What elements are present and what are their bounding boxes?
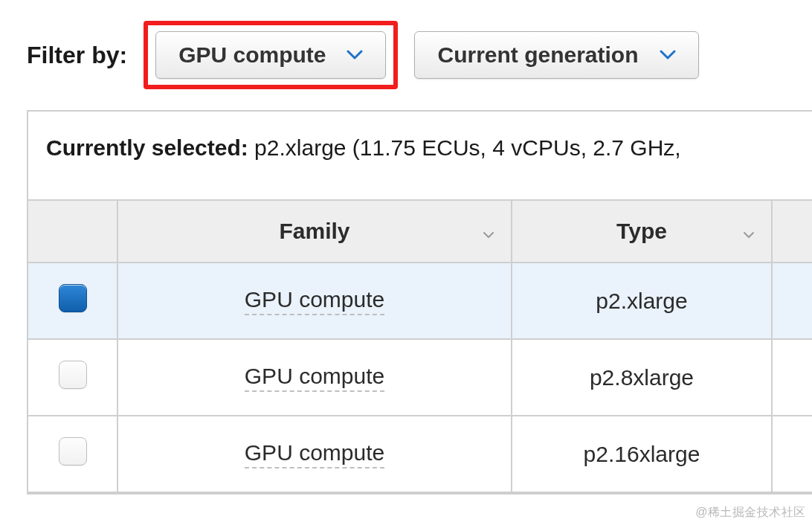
table-row[interactable]: GPU compute p2.16xlarge bbox=[28, 416, 812, 492]
column-header-family[interactable]: Family bbox=[117, 201, 512, 262]
sort-indicator-icon bbox=[483, 219, 494, 244]
table-body: GPU compute p2.xlarge GPU compute p2.8xl… bbox=[28, 262, 812, 492]
selected-prefix: Currently selected: bbox=[46, 135, 248, 160]
instance-panel: Currently selected: p2.xlarge (11.75 ECU… bbox=[27, 110, 812, 495]
table-header-row: Family Type bbox=[28, 201, 812, 262]
cell-checkbox[interactable] bbox=[28, 416, 117, 492]
cell-extra bbox=[772, 262, 812, 339]
filter-dropdown-instance-type[interactable]: GPU compute bbox=[155, 31, 386, 79]
column-header-extra bbox=[772, 201, 812, 262]
cell-checkbox[interactable] bbox=[28, 339, 117, 416]
table-row[interactable]: GPU compute p2.xlarge bbox=[28, 262, 812, 339]
highlight-box: GPU compute bbox=[144, 21, 398, 89]
watermark: @稀土掘金技术社区 bbox=[695, 505, 806, 521]
dropdown-label: Current generation bbox=[437, 42, 638, 68]
sort-indicator-icon bbox=[743, 219, 755, 244]
cell-family: GPU compute bbox=[117, 339, 512, 416]
checkbox-icon[interactable] bbox=[59, 437, 87, 466]
filter-bar: Filter by: GPU compute Current generatio… bbox=[0, 0, 812, 110]
filter-dropdown-generation[interactable]: Current generation bbox=[414, 31, 698, 79]
cell-checkbox[interactable] bbox=[28, 262, 117, 339]
chevron-down-icon bbox=[660, 50, 676, 60]
cell-type: p2.8xlarge bbox=[512, 339, 772, 416]
cell-type: p2.16xlarge bbox=[512, 416, 772, 492]
instance-table: Family Type GPU compute p2.xlarge bbox=[28, 201, 812, 493]
checkbox-icon[interactable] bbox=[59, 361, 87, 389]
column-header-checkbox bbox=[28, 201, 117, 262]
filter-label: Filter by: bbox=[27, 42, 127, 69]
column-header-type[interactable]: Type bbox=[512, 201, 772, 262]
currently-selected-banner: Currently selected: p2.xlarge (11.75 ECU… bbox=[28, 112, 812, 201]
selected-detail: p2.xlarge (11.75 ECUs, 4 vCPUs, 2.7 GHz, bbox=[254, 135, 681, 160]
table-row[interactable]: GPU compute p2.8xlarge bbox=[28, 339, 812, 416]
cell-extra bbox=[772, 339, 812, 416]
cell-family: GPU compute bbox=[117, 262, 512, 339]
cell-family: GPU compute bbox=[117, 416, 512, 492]
cell-extra bbox=[772, 416, 812, 492]
checkbox-icon[interactable] bbox=[59, 284, 87, 312]
chevron-down-icon bbox=[347, 50, 363, 60]
cell-type: p2.xlarge bbox=[512, 262, 772, 339]
dropdown-label: GPU compute bbox=[178, 42, 326, 68]
